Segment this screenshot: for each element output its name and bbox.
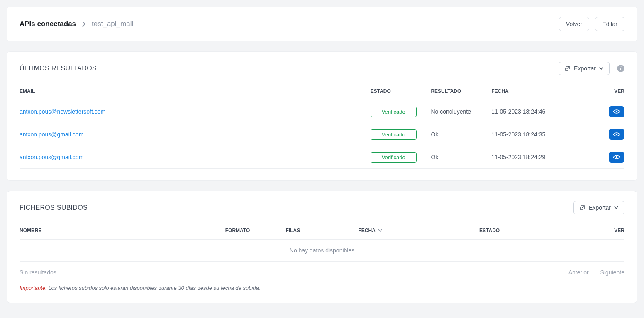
eye-icon — [613, 109, 620, 114]
fcol-fecha[interactable]: FECHA — [358, 222, 479, 240]
table-row: antxon.pous@newslettersoft.comVerificado… — [20, 100, 624, 123]
results-export-label: Exportar — [574, 65, 596, 72]
files-table: NOMBRE FORMATO FILAS FECHA ESTADO VER — [20, 222, 624, 262]
status-badge: Verificado — [371, 129, 417, 140]
fcol-fecha-label: FECHA — [358, 228, 375, 233]
breadcrumb-leaf: test_api_mail — [92, 20, 133, 28]
results-title: ÚLTIMOS RESULTADOS — [20, 65, 97, 72]
no-data-cell: No hay datos disponibles — [20, 240, 624, 262]
results-card: ÚLTIMOS RESULTADOS Exportar i EMAIL ESTA… — [7, 51, 637, 181]
back-button[interactable]: Volver — [559, 17, 589, 31]
col-resultado: RESULTADO — [431, 83, 491, 100]
col-estado: ESTADO — [371, 83, 431, 100]
status-badge: Verificado — [371, 152, 417, 163]
email-link[interactable]: antxon.pous@newslettersoft.com — [20, 108, 105, 115]
date-cell: 11-05-2023 18:24:46 — [491, 100, 594, 123]
view-button[interactable] — [609, 106, 624, 117]
date-cell: 11-05-2023 18:24:29 — [491, 146, 594, 169]
breadcrumb-root[interactable]: APIs conectadas — [20, 20, 76, 28]
result-cell: Ok — [431, 146, 491, 169]
result-cell: Ok — [431, 123, 491, 146]
svg-point-2 — [616, 156, 617, 158]
svg-point-1 — [616, 134, 617, 135]
note-text: Los ficheros subidos solo estarán dispon… — [48, 285, 260, 291]
email-link[interactable]: antxon.pous@gmail.com — [20, 154, 83, 160]
chevron-right-icon — [82, 21, 86, 27]
files-title: FICHEROS SUBIDOS — [20, 204, 88, 211]
table-row-empty: No hay datos disponibles — [20, 240, 624, 262]
files-header: FICHEROS SUBIDOS Exportar — [7, 191, 637, 222]
info-icon[interactable]: i — [617, 65, 624, 72]
table-row: antxon.pous@gmail.comVerificadoOk11-05-2… — [20, 146, 624, 169]
fcol-ver: VER — [576, 222, 624, 240]
pager: Anterior Siguiente — [559, 269, 624, 276]
col-email: EMAIL — [20, 83, 371, 100]
header-actions: Volver Editar — [559, 17, 624, 31]
email-link[interactable]: antxon.pous@gmail.com — [20, 131, 83, 138]
note-key: Importante: — [20, 285, 47, 291]
files-card: FICHEROS SUBIDOS Exportar NOMBRE FORMATO… — [7, 191, 637, 303]
col-fecha: FECHA — [491, 83, 594, 100]
files-note: Importante: Los ficheros subidos solo es… — [7, 276, 637, 303]
files-footer: Sin resultados Anterior Siguiente — [7, 262, 637, 276]
page-header: APIs conectadas test_api_mail Volver Edi… — [7, 7, 637, 41]
result-cell: No concluyente — [431, 100, 491, 123]
date-cell: 11-05-2023 18:24:35 — [491, 123, 594, 146]
export-icon — [580, 205, 585, 211]
edit-button[interactable]: Editar — [595, 17, 624, 31]
fcol-formato: FORMATO — [225, 222, 286, 240]
chevron-down-icon — [614, 206, 618, 209]
fcol-nombre: NOMBRE — [20, 222, 225, 240]
next-page[interactable]: Siguiente — [600, 269, 624, 276]
chevron-down-icon — [599, 67, 603, 70]
eye-icon — [613, 155, 620, 160]
fcol-estado: ESTADO — [479, 222, 576, 240]
files-export-label: Exportar — [589, 204, 611, 211]
files-export-button[interactable]: Exportar — [573, 201, 624, 214]
svg-point-0 — [616, 111, 617, 112]
breadcrumb: APIs conectadas test_api_mail — [20, 20, 133, 28]
export-icon — [565, 66, 571, 71]
col-ver: VER — [594, 83, 624, 100]
view-button[interactable] — [609, 129, 624, 140]
no-results-label: Sin resultados — [20, 269, 56, 276]
view-button[interactable] — [609, 152, 624, 163]
results-table: EMAIL ESTADO RESULTADO FECHA VER antxon.… — [20, 83, 624, 169]
eye-icon — [613, 132, 620, 137]
results-header: ÚLTIMOS RESULTADOS Exportar i — [7, 52, 637, 83]
results-export-button[interactable]: Exportar — [559, 62, 610, 75]
fcol-filas: FILAS — [286, 222, 359, 240]
prev-page[interactable]: Anterior — [568, 269, 589, 276]
table-row: antxon.pous@gmail.comVerificadoOk11-05-2… — [20, 123, 624, 146]
status-badge: Verificado — [371, 107, 417, 117]
chevron-down-icon — [378, 229, 382, 232]
